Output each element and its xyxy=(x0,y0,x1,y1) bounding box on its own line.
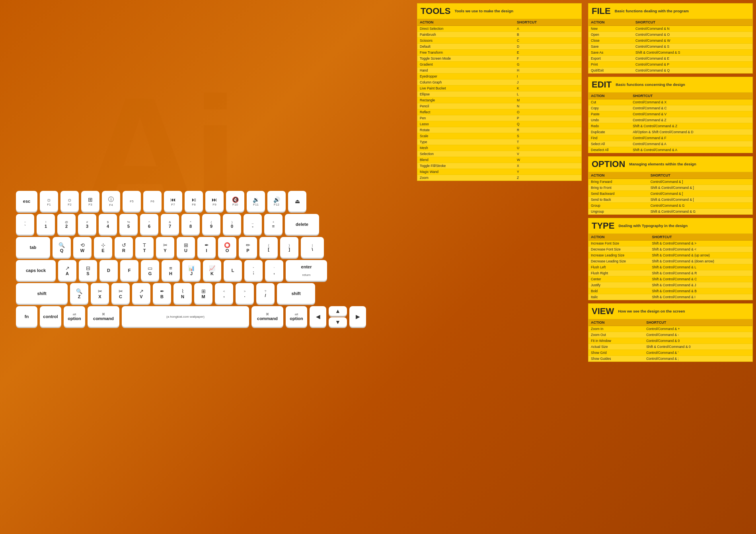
p-key[interactable]: ✏P xyxy=(239,237,257,258)
f5-key[interactable]: F5 xyxy=(123,191,141,212)
s-key[interactable]: ⊟S xyxy=(79,260,97,281)
j-key[interactable]: 📊J xyxy=(182,260,201,281)
caps-lock-key[interactable]: caps lock xyxy=(16,260,56,281)
table-row: Fit in WindowControl/Command & 0 xyxy=(588,338,752,344)
table-row: GradientG xyxy=(417,62,581,68)
view-col1: ACTION xyxy=(588,319,644,326)
view-section: VIEW How we see the design on the screen… xyxy=(588,303,753,362)
esc-key[interactable]: esc xyxy=(16,191,37,212)
command-left-key[interactable]: ⌘command xyxy=(88,306,119,327)
table-row: NewControl/Command & N xyxy=(588,26,752,32)
option-section: OPTION Managing elements within the desi… xyxy=(588,156,753,215)
alt-left-key[interactable]: altoption xyxy=(64,306,85,327)
quote-key[interactable]: ', xyxy=(265,260,283,281)
minus-key[interactable]: _- xyxy=(244,214,262,235)
rbracket-key[interactable]: }] xyxy=(280,237,298,258)
8-key[interactable]: *8 xyxy=(181,214,200,235)
view-title: VIEW xyxy=(592,306,614,317)
f-key[interactable]: F xyxy=(120,260,138,281)
q-key[interactable]: 🔍Q xyxy=(53,237,71,258)
9-key[interactable]: (9 xyxy=(202,214,220,235)
d-key[interactable]: D xyxy=(99,260,118,281)
table-row: Free TransformE xyxy=(417,50,581,56)
shift-left-key[interactable]: shift xyxy=(16,283,68,304)
down-arrow-key[interactable]: ▼ xyxy=(329,317,347,327)
left-arrow-key[interactable]: ◀ xyxy=(310,306,326,327)
table-row: Flush LeftShift & Control/Command & L xyxy=(588,264,752,270)
f12-key[interactable]: 🔊F12 xyxy=(267,191,286,212)
table-row: Decrease Font SizeShift & Control/Comman… xyxy=(588,247,752,252)
7-key[interactable]: &7 xyxy=(161,214,179,235)
g-key[interactable]: ▭G xyxy=(141,260,159,281)
c-key[interactable]: ✂C xyxy=(111,283,130,304)
table-row: RotateR xyxy=(417,127,581,133)
h-key[interactable]: ≡H xyxy=(162,260,180,281)
enter-key[interactable]: enterreturn xyxy=(286,260,327,281)
0-key[interactable]: )0 xyxy=(223,214,241,235)
k-key[interactable]: 📈K xyxy=(203,260,221,281)
right-arrow-key[interactable]: ▶ xyxy=(349,306,366,327)
a-key[interactable]: ↗A xyxy=(58,260,76,281)
zxcv-row: shift 🔍Z ✂X ✂C ↗V ✒B ⌇N ⊞M <, >. ?/ shif… xyxy=(16,283,374,304)
semicolon-key[interactable]: "; xyxy=(244,260,263,281)
tilde-key[interactable]: ~` xyxy=(16,214,34,235)
f6-key[interactable]: F6 xyxy=(143,191,162,212)
z-key[interactable]: 🔍Z xyxy=(70,283,88,304)
u-key[interactable]: ⊞U xyxy=(177,237,195,258)
f1-key[interactable]: ☼F1 xyxy=(40,191,58,212)
2-key[interactable]: @2 xyxy=(57,214,76,235)
o-key[interactable]: ⭕O xyxy=(218,237,236,258)
f10-key[interactable]: 🔇F10 xyxy=(226,191,244,212)
r-key[interactable]: ↺R xyxy=(115,237,133,258)
e-key[interactable]: ⊹E xyxy=(94,237,112,258)
4-key[interactable]: $4 xyxy=(99,214,117,235)
1-key[interactable]: !1 xyxy=(37,214,55,235)
f11-key[interactable]: 🔉F11 xyxy=(247,191,265,212)
table-row: ScaleS xyxy=(417,133,581,139)
space-key[interactable]: (a hongkiat.com wallpaper) xyxy=(122,306,249,327)
table-row: Bring to FrontShift & Control/Command & … xyxy=(588,185,752,191)
delete-key[interactable]: delete xyxy=(285,214,319,235)
eject-key[interactable]: ⏏ xyxy=(288,191,306,212)
y-key[interactable]: ✂Y xyxy=(156,237,174,258)
fn-key[interactable]: fn xyxy=(16,306,37,327)
up-arrow-key[interactable]: ▲ xyxy=(329,306,347,316)
w-key[interactable]: ⟲W xyxy=(73,237,92,258)
f8-key[interactable]: ⏯F8 xyxy=(185,191,203,212)
m-key[interactable]: ⊞M xyxy=(194,283,212,304)
control-key[interactable]: control xyxy=(40,306,61,327)
equals-key[interactable]: += xyxy=(264,214,283,235)
backslash-key[interactable]: |\ xyxy=(301,237,324,258)
l-key[interactable]: L xyxy=(224,260,242,281)
n-key[interactable]: ⌇N xyxy=(173,283,192,304)
v-key[interactable]: ↗V xyxy=(132,283,150,304)
b-key[interactable]: ✒B xyxy=(153,283,171,304)
edit-header: EDIT Basic functions concerning the desi… xyxy=(588,77,752,93)
alt-right-key[interactable]: altoption xyxy=(286,306,307,327)
lbracket-key[interactable]: {[ xyxy=(259,237,278,258)
keyboard: esc ☼F1 ☼F2 ⊞F3 ⓘF4 F5 F6 ⏮F7 ⏯F8 ⏭F9 🔇F… xyxy=(12,187,378,333)
tab-key[interactable]: tab xyxy=(16,237,50,258)
3-key[interactable]: #3 xyxy=(78,214,96,235)
file-col1: ACTION xyxy=(588,19,633,26)
asdf-row: caps lock ↗A ⊟S D F ▭G ≡H 📊J 📈K L "; ', … xyxy=(16,260,374,281)
t-key[interactable]: TT xyxy=(135,237,154,258)
type-title: TYPE xyxy=(592,221,614,231)
6-key[interactable]: ^6 xyxy=(140,214,158,235)
comma-key[interactable]: <, xyxy=(215,283,233,304)
f2-key[interactable]: ☼F2 xyxy=(60,191,79,212)
f7-key[interactable]: ⏮F7 xyxy=(164,191,182,212)
table-row: Live Paint BucketK xyxy=(417,85,581,91)
x-key[interactable]: ✂X xyxy=(91,283,109,304)
type-col2: SHORTCUT xyxy=(649,234,752,241)
5-key[interactable]: %5 xyxy=(119,214,138,235)
slash-key[interactable]: ?/ xyxy=(256,283,275,304)
f9-key[interactable]: ⏭F9 xyxy=(205,191,224,212)
i-key[interactable]: ✒I xyxy=(197,237,216,258)
f4-key[interactable]: ⓘF4 xyxy=(102,191,120,212)
table-row: CopyControl/Command & C xyxy=(588,105,752,111)
f3-key[interactable]: ⊞F3 xyxy=(81,191,99,212)
period-key[interactable]: >. xyxy=(236,283,254,304)
command-right-key[interactable]: ⌘command xyxy=(251,306,283,327)
shift-right-key[interactable]: shift xyxy=(277,283,315,304)
